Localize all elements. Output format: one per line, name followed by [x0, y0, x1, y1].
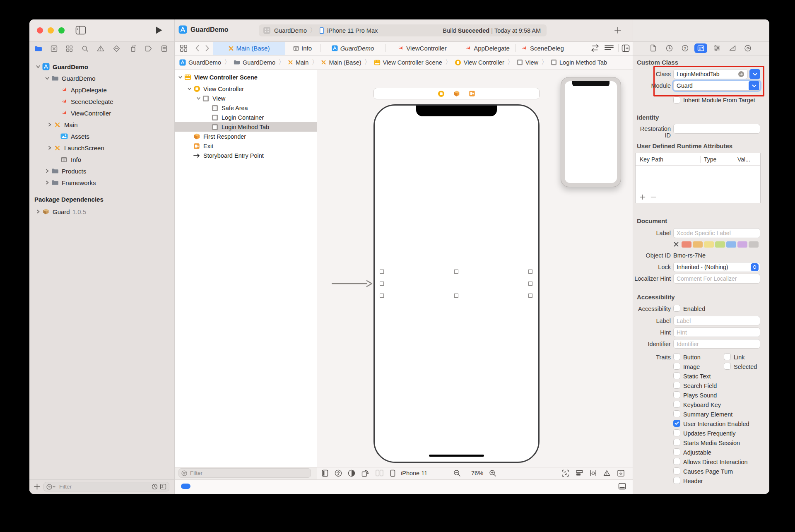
- selection-handle[interactable]: [454, 294, 458, 298]
- lock-dropdown[interactable]: Inherited - (Nothing): [673, 262, 760, 272]
- swap-editor-icon[interactable]: [590, 44, 600, 52]
- outline-item-entry-point[interactable]: Storyboard Entry Point: [174, 151, 317, 160]
- remove-attribute-button[interactable]: [650, 194, 656, 200]
- add-attribute-button[interactable]: [640, 194, 646, 200]
- class-field[interactable]: [673, 69, 748, 79]
- build-status[interactable]: Build Succeeded | Today at 9:58 AM: [443, 27, 541, 34]
- add-file-button[interactable]: [34, 483, 41, 490]
- scheme-name[interactable]: GuardDemo: [274, 27, 307, 34]
- outline-item-exit[interactable]: Exit: [174, 141, 317, 151]
- add-editor-button[interactable]: [622, 44, 630, 52]
- color-swatch[interactable]: [704, 241, 714, 248]
- outline-item-view-controller[interactable]: View Controller: [174, 84, 317, 94]
- symbols-tab[interactable]: [64, 44, 74, 53]
- a11y-label-input[interactable]: [677, 318, 757, 324]
- run-button[interactable]: [155, 26, 163, 34]
- color-swatch[interactable]: [726, 241, 736, 248]
- breadcrumb-main-base[interactable]: Main (Base): [321, 59, 361, 66]
- sidebar-item-launchscreen[interactable]: LaunchScreen: [29, 142, 173, 154]
- zoom-level[interactable]: 76%: [471, 470, 483, 477]
- source-control-tab[interactable]: [49, 44, 59, 53]
- reports-tab[interactable]: [159, 44, 169, 53]
- outline-item-login-method-tab[interactable]: Login Method Tab: [174, 122, 317, 132]
- inherit-module-checkbox[interactable]: [673, 96, 680, 104]
- device-preview-thumbnail[interactable]: [561, 77, 621, 187]
- zoom-window-button[interactable]: [58, 27, 65, 34]
- a11y-identifier-input[interactable]: [677, 341, 757, 347]
- outline-item-first-responder[interactable]: First Responder: [174, 132, 317, 141]
- add-constraints-button[interactable]: [589, 469, 597, 477]
- selection-handle[interactable]: [454, 270, 458, 274]
- disclosure-chevron-icon[interactable]: [34, 64, 41, 69]
- minimize-window-button[interactable]: [48, 27, 54, 34]
- restoration-id-input[interactable]: [677, 125, 757, 132]
- color-swatch[interactable]: [715, 241, 725, 248]
- trait-starts-media-checkbox[interactable]: [673, 439, 680, 446]
- tab-info[interactable]: Info: [285, 41, 320, 55]
- disclosure-chevron-icon[interactable]: [186, 87, 193, 91]
- module-dropdown-button[interactable]: [749, 81, 759, 90]
- sidebar-item-guarddemo-project[interactable]: GuardDemo: [29, 61, 173, 72]
- sidebar-item-main-storyboard[interactable]: Main: [29, 119, 173, 130]
- disclosure-chevron-icon[interactable]: [43, 169, 51, 173]
- trait-direct-interaction-checkbox[interactable]: [673, 458, 680, 465]
- embed-button[interactable]: [617, 469, 625, 477]
- tab-guarddemo[interactable]: GuardDemo: [320, 41, 385, 55]
- tab-overview-button[interactable]: [180, 44, 188, 52]
- a11y-identifier-field[interactable]: [673, 339, 760, 349]
- disclosure-chevron-icon[interactable]: [195, 96, 202, 101]
- storyboard-canvas[interactable]: [317, 70, 633, 467]
- navigator-filter-input[interactable]: [58, 483, 149, 490]
- project-navigator-tab[interactable]: [33, 44, 43, 53]
- disclosure-chevron-icon[interactable]: [46, 122, 53, 127]
- storyboard-entry-arrow[interactable]: [331, 279, 373, 290]
- class-dropdown-button[interactable]: [749, 69, 760, 79]
- device-label[interactable]: iPhone 11: [401, 470, 427, 477]
- toggle-bottom-bar-icon[interactable]: [618, 483, 626, 490]
- disclosure-chevron-icon[interactable]: [43, 76, 51, 81]
- identity-inspector-tab[interactable]: [694, 43, 707, 53]
- clear-color-button[interactable]: [673, 241, 679, 247]
- exit-icon[interactable]: [469, 90, 475, 97]
- outline-item-view[interactable]: View: [174, 94, 317, 103]
- trait-summary-element-checkbox[interactable]: [673, 410, 680, 417]
- first-responder-icon[interactable]: [453, 90, 460, 97]
- disclosure-chevron-icon[interactable]: [177, 75, 183, 79]
- go-forward-button[interactable]: [205, 45, 210, 52]
- outline-filter-input[interactable]: [189, 469, 308, 477]
- disclosure-chevron-icon[interactable]: [34, 209, 41, 214]
- sidebar-item-appdelegate[interactable]: AppDelegate: [29, 84, 173, 96]
- view-controller-icon[interactable]: [438, 90, 445, 97]
- trait-causes-page-turn-checkbox[interactable]: [673, 467, 680, 474]
- breadcrumb-scene[interactable]: View Controller Scene: [374, 59, 442, 66]
- selection-handle[interactable]: [528, 270, 532, 274]
- sidebar-item-info-plist[interactable]: Info: [29, 154, 173, 165]
- trait-keyboard-key-checkbox[interactable]: [673, 401, 680, 408]
- sidebar-item-products[interactable]: Products: [29, 165, 173, 177]
- sidebar-item-scenedelegate[interactable]: SceneDelegate: [29, 96, 173, 107]
- align-button[interactable]: [576, 469, 583, 477]
- color-swatch[interactable]: [749, 241, 759, 248]
- breadcrumb-view[interactable]: View: [517, 59, 538, 66]
- localizer-hint-input[interactable]: [677, 275, 757, 282]
- search-tab[interactable]: [80, 44, 90, 53]
- selection-handle[interactable]: [380, 282, 384, 286]
- go-back-button[interactable]: [195, 45, 200, 52]
- navigator-filter-field[interactable]: [43, 482, 169, 491]
- selection-handle[interactable]: [528, 282, 532, 286]
- device-bezels-icon[interactable]: [322, 469, 328, 477]
- zoom-in-button[interactable]: [489, 469, 496, 477]
- sidebar-item-frameworks[interactable]: Frameworks: [29, 177, 173, 188]
- module-field[interactable]: [673, 81, 760, 91]
- document-label-input[interactable]: [677, 230, 757, 236]
- trait-link-checkbox[interactable]: [724, 353, 731, 360]
- trait-selected-checkbox[interactable]: [724, 363, 731, 370]
- accessibility-enabled-checkbox[interactable]: [673, 305, 680, 312]
- color-swatch[interactable]: [693, 241, 703, 248]
- outline-item-safe-area[interactable]: Safe Area: [174, 103, 317, 113]
- a11y-hint-input[interactable]: [677, 329, 757, 336]
- tests-tab[interactable]: [111, 44, 121, 53]
- column-key-path[interactable]: Key Path: [636, 156, 700, 163]
- breadcrumb-group[interactable]: GuardDemo: [234, 59, 275, 66]
- appearance-icon[interactable]: [348, 469, 355, 477]
